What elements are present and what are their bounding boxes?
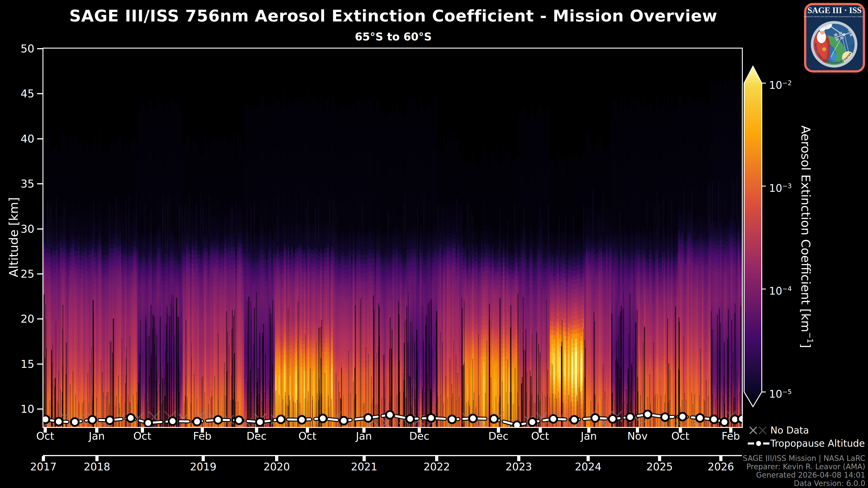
x-month-label: Jan [569,430,608,442]
x-month-label: Oct [288,430,327,442]
x-year-label: 2018 [73,460,121,473]
aerosol-extinction-heatmap [43,48,742,427]
year-axis-spine [43,455,742,456]
x-year-label: 2019 [180,460,227,473]
y-tick-label: 50 [3,41,34,56]
sage-iii-iss-logo: SAGE III · ISS Atmospheric Aerosol and G… [804,3,865,73]
x-month-label: Dec [479,430,518,442]
x-month-label: Feb [183,430,221,442]
tropopause-line-icon [747,438,770,449]
legend-no-data-label: No Data [770,425,809,436]
y-tick-label: 10 [3,402,34,416]
logo-subtitle-right: International Space Station [840,15,863,18]
latitude-subtitle: 65°S to 60°S [0,30,786,43]
y-axis-tick [37,48,42,49]
y-axis-tick [37,318,42,320]
y-axis-tick [37,93,42,94]
page-title: SAGE III/ISS 756nm Aerosol Extinction Co… [0,6,786,25]
colorbar-label: Aerosol Extinction Coefficient [km−1] [799,125,814,348]
y-axis-tick [37,363,42,365]
x-month-label: Feb [712,430,750,442]
x-year-label: 2021 [340,460,388,473]
x-month-label: Oct [26,430,64,442]
x-month-label: Nov [618,430,657,442]
y-tick-label: 25 [3,267,34,281]
colorbar-tick-label: 10−2 [769,76,792,90]
x-month-label: Jan [78,430,116,442]
colorbar-gradient-bar [744,66,762,407]
no-data-hatch-icon [748,425,769,435]
colorbar-tick-label: 10−4 [769,282,792,296]
y-axis-label: Altitude [km] [6,197,21,277]
x-year-label: 2025 [636,460,683,473]
y-axis-tick [37,409,42,410]
x-month-label: Dec [237,430,276,442]
logo-subtitle-left: Atmospheric Aerosol and Gas Experiment I… [804,15,840,18]
y-axis-tick [37,138,42,139]
legend-tropopause-label: Tropopause Altitude [770,438,865,449]
x-year-label: 2022 [413,460,460,473]
y-axis-tick [37,183,42,184]
x-month-label: Dec [400,430,438,442]
x-year-label: 2026 [697,460,745,473]
y-tick-label: 40 [3,131,34,146]
y-tick-label: 35 [3,176,34,191]
x-year-label: 2024 [564,460,612,473]
x-month-label: Jan [345,430,383,442]
figure-root: SAGE III/ISS 756nm Aerosol Extinction Co… [0,0,868,488]
y-axis-tick [37,228,42,230]
colorbar [743,65,770,409]
y-tick-label: 45 [3,86,34,101]
footer-data-version: Data Version: 6.0.0 [743,479,865,488]
colorbar-tick-label: 10−5 [769,385,792,399]
x-year-label: 2020 [253,460,301,473]
x-year-label: 2017 [20,460,67,473]
x-year-label: 2023 [495,460,542,473]
x-month-label: Oct [521,430,559,442]
y-tick-label: 15 [3,357,34,371]
y-axis-tick [37,273,42,274]
y-tick-label: 30 [3,222,34,236]
logo-title: SAGE III · ISS [807,6,862,15]
y-tick-label: 20 [3,312,34,326]
footer-preparer: Preparer: Kevin R. Leavor (AMA) [743,462,865,471]
x-month-label: Oct [123,430,162,442]
footer-mission: SAGE III/ISS Mission | NASA LaRC [743,454,865,462]
colorbar-tick-label: 10−3 [769,179,792,193]
footer-generated: Generated 2026-04-08 14:01 [743,471,865,479]
footer-credits: SAGE III/ISS Mission | NASA LaRC Prepare… [743,454,865,488]
x-month-label: Oct [661,430,700,442]
